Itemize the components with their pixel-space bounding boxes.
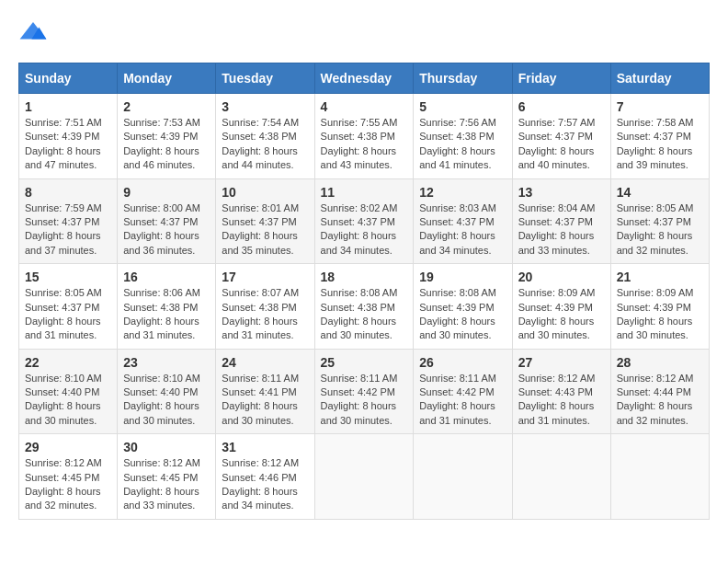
day-detail: Sunrise: 8:12 AMSunset: 4:45 PMDaylight:…	[123, 456, 210, 513]
day-detail: Sunrise: 8:11 AMSunset: 4:41 PMDaylight:…	[222, 372, 308, 429]
calendar-cell: 17Sunrise: 8:07 AMSunset: 4:38 PMDayligh…	[216, 264, 314, 350]
day-detail: Sunrise: 8:10 AMSunset: 4:40 PMDaylight:…	[25, 372, 111, 429]
day-detail: Sunrise: 7:54 AMSunset: 4:38 PMDaylight:…	[222, 116, 308, 173]
day-number: 13	[518, 185, 605, 200]
calendar-cell	[610, 434, 709, 520]
day-header-wednesday: Wednesday	[314, 63, 414, 94]
day-number: 5	[419, 99, 506, 114]
day-number: 20	[518, 270, 605, 284]
day-detail: Sunrise: 8:11 AMSunset: 4:42 PMDaylight:…	[321, 372, 408, 429]
calendar-cell: 23Sunrise: 8:10 AMSunset: 4:40 PMDayligh…	[118, 349, 216, 434]
day-number: 19	[419, 270, 506, 284]
day-number: 12	[419, 185, 506, 200]
day-number: 8	[25, 185, 111, 200]
day-header-saturday: Saturday	[610, 63, 709, 94]
day-detail: Sunrise: 8:08 AMSunset: 4:39 PMDaylight:…	[419, 286, 506, 343]
day-detail: Sunrise: 7:53 AMSunset: 4:39 PMDaylight:…	[123, 116, 210, 173]
calendar-table: SundayMondayTuesdayWednesdayThursdayFrid…	[18, 63, 710, 520]
day-detail: Sunrise: 8:04 AMSunset: 4:37 PMDaylight:…	[518, 201, 605, 259]
day-header-monday: Monday	[118, 63, 216, 94]
calendar-cell: 4Sunrise: 7:55 AMSunset: 4:38 PMDaylight…	[314, 94, 414, 179]
day-number: 23	[123, 355, 210, 370]
day-number: 26	[419, 355, 506, 370]
calendar-cell: 9Sunrise: 8:00 AMSunset: 4:37 PMDaylight…	[118, 178, 216, 264]
day-detail: Sunrise: 7:58 AMSunset: 4:37 PMDaylight:…	[617, 116, 703, 173]
calendar-cell: 5Sunrise: 7:56 AMSunset: 4:38 PMDaylight…	[414, 94, 512, 179]
day-detail: Sunrise: 8:05 AMSunset: 4:37 PMDaylight:…	[617, 201, 703, 259]
day-number: 7	[617, 99, 703, 114]
day-detail: Sunrise: 8:02 AMSunset: 4:37 PMDaylight:…	[321, 201, 408, 259]
calendar-cell: 8Sunrise: 7:59 AMSunset: 4:37 PMDaylight…	[19, 178, 118, 264]
calendar-cell: 24Sunrise: 8:11 AMSunset: 4:41 PMDayligh…	[216, 349, 314, 434]
calendar-cell: 27Sunrise: 8:12 AMSunset: 4:43 PMDayligh…	[512, 349, 610, 434]
calendar-cell: 12Sunrise: 8:03 AMSunset: 4:37 PMDayligh…	[414, 178, 512, 264]
calendar-cell: 21Sunrise: 8:09 AMSunset: 4:39 PMDayligh…	[610, 264, 709, 350]
day-detail: Sunrise: 8:12 AMSunset: 4:45 PMDaylight:…	[25, 456, 111, 513]
day-detail: Sunrise: 7:55 AMSunset: 4:38 PMDaylight:…	[321, 116, 408, 173]
day-detail: Sunrise: 8:08 AMSunset: 4:38 PMDaylight:…	[321, 286, 408, 343]
calendar-week-2: 8Sunrise: 7:59 AMSunset: 4:37 PMDaylight…	[19, 178, 710, 264]
day-detail: Sunrise: 7:56 AMSunset: 4:38 PMDaylight:…	[419, 116, 506, 173]
day-number: 24	[222, 355, 308, 370]
day-detail: Sunrise: 8:12 AMSunset: 4:46 PMDaylight:…	[222, 456, 308, 513]
calendar-cell: 19Sunrise: 8:08 AMSunset: 4:39 PMDayligh…	[414, 264, 512, 350]
logo-icon	[18, 18, 48, 48]
calendar-cell: 28Sunrise: 8:12 AMSunset: 4:44 PMDayligh…	[610, 349, 709, 434]
day-header-sunday: Sunday	[19, 63, 118, 94]
day-detail: Sunrise: 8:05 AMSunset: 4:37 PMDaylight:…	[25, 286, 111, 343]
calendar-cell	[414, 434, 512, 520]
day-detail: Sunrise: 8:00 AMSunset: 4:37 PMDaylight:…	[123, 201, 210, 259]
day-detail: Sunrise: 8:11 AMSunset: 4:42 PMDaylight:…	[419, 372, 506, 429]
day-header-tuesday: Tuesday	[216, 63, 314, 94]
day-number: 2	[123, 99, 210, 114]
calendar-cell: 2Sunrise: 7:53 AMSunset: 4:39 PMDaylight…	[118, 94, 216, 179]
day-detail: Sunrise: 8:12 AMSunset: 4:43 PMDaylight:…	[518, 372, 605, 429]
day-number: 27	[518, 355, 605, 370]
day-detail: Sunrise: 8:10 AMSunset: 4:40 PMDaylight:…	[123, 372, 210, 429]
calendar-cell: 30Sunrise: 8:12 AMSunset: 4:45 PMDayligh…	[118, 434, 216, 520]
calendar-cell: 14Sunrise: 8:05 AMSunset: 4:37 PMDayligh…	[610, 178, 709, 264]
day-number: 18	[321, 270, 408, 284]
day-number: 9	[123, 185, 210, 200]
day-number: 10	[222, 185, 308, 200]
day-number: 3	[222, 99, 308, 114]
day-detail: Sunrise: 7:51 AMSunset: 4:39 PMDaylight:…	[25, 116, 111, 173]
calendar-cell: 1Sunrise: 7:51 AMSunset: 4:39 PMDaylight…	[19, 94, 118, 179]
day-header-friday: Friday	[512, 63, 610, 94]
calendar-cell: 13Sunrise: 8:04 AMSunset: 4:37 PMDayligh…	[512, 178, 610, 264]
day-number: 31	[222, 440, 308, 454]
day-number: 28	[617, 355, 703, 370]
calendar-cell: 16Sunrise: 8:06 AMSunset: 4:38 PMDayligh…	[118, 264, 216, 350]
calendar-header-row: SundayMondayTuesdayWednesdayThursdayFrid…	[19, 63, 710, 94]
day-detail: Sunrise: 8:01 AMSunset: 4:37 PMDaylight:…	[222, 201, 308, 259]
day-number: 4	[321, 99, 408, 114]
day-detail: Sunrise: 8:09 AMSunset: 4:39 PMDaylight:…	[518, 286, 605, 343]
day-number: 25	[321, 355, 408, 370]
day-number: 14	[617, 185, 703, 200]
day-number: 21	[617, 270, 703, 284]
calendar-cell: 26Sunrise: 8:11 AMSunset: 4:42 PMDayligh…	[414, 349, 512, 434]
calendar-cell: 11Sunrise: 8:02 AMSunset: 4:37 PMDayligh…	[314, 178, 414, 264]
day-detail: Sunrise: 8:07 AMSunset: 4:38 PMDaylight:…	[222, 286, 308, 343]
page-header	[18, 18, 710, 48]
day-number: 11	[321, 185, 408, 200]
day-number: 30	[123, 440, 210, 454]
calendar-cell: 15Sunrise: 8:05 AMSunset: 4:37 PMDayligh…	[19, 264, 118, 350]
calendar-cell: 29Sunrise: 8:12 AMSunset: 4:45 PMDayligh…	[19, 434, 118, 520]
logo	[18, 18, 51, 48]
calendar-cell: 31Sunrise: 8:12 AMSunset: 4:46 PMDayligh…	[216, 434, 314, 520]
day-number: 22	[25, 355, 111, 370]
calendar-cell	[314, 434, 414, 520]
calendar-cell	[512, 434, 610, 520]
day-number: 16	[123, 270, 210, 284]
calendar-cell: 22Sunrise: 8:10 AMSunset: 4:40 PMDayligh…	[19, 349, 118, 434]
calendar-cell: 20Sunrise: 8:09 AMSunset: 4:39 PMDayligh…	[512, 264, 610, 350]
calendar-week-4: 22Sunrise: 8:10 AMSunset: 4:40 PMDayligh…	[19, 349, 710, 434]
calendar-week-1: 1Sunrise: 7:51 AMSunset: 4:39 PMDaylight…	[19, 94, 710, 179]
calendar-cell: 18Sunrise: 8:08 AMSunset: 4:38 PMDayligh…	[314, 264, 414, 350]
day-number: 29	[25, 440, 111, 454]
calendar-week-3: 15Sunrise: 8:05 AMSunset: 4:37 PMDayligh…	[19, 264, 710, 350]
calendar-cell: 10Sunrise: 8:01 AMSunset: 4:37 PMDayligh…	[216, 178, 314, 264]
calendar-cell: 7Sunrise: 7:58 AMSunset: 4:37 PMDaylight…	[610, 94, 709, 179]
day-detail: Sunrise: 8:03 AMSunset: 4:37 PMDaylight:…	[419, 201, 506, 259]
